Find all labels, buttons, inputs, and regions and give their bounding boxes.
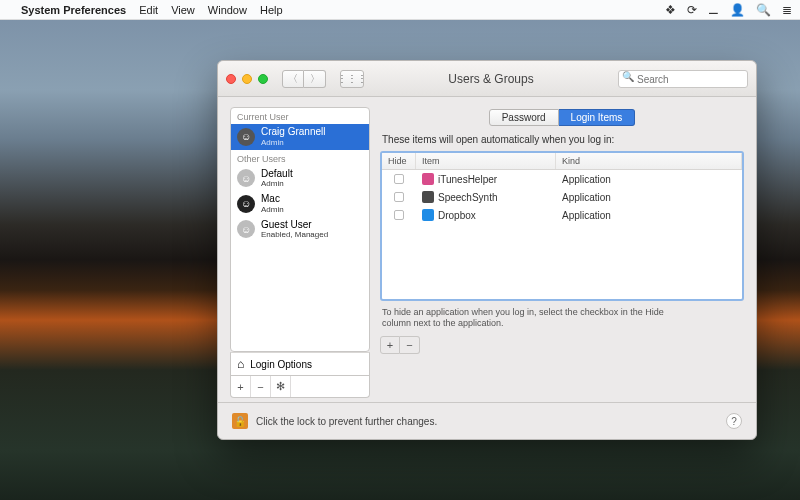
user-role: Admin <box>261 205 284 214</box>
user-role: Admin <box>261 138 325 147</box>
login-items-table: Hide Item Kind iTunesHelper Application … <box>380 151 744 301</box>
forward-button[interactable]: 〉 <box>304 70 326 88</box>
app-name[interactable]: System Preferences <box>21 4 126 16</box>
tab-password[interactable]: Password <box>489 109 559 126</box>
item-kind: Application <box>556 210 742 221</box>
col-kind[interactable]: Kind <box>556 153 742 169</box>
sync-status-icon[interactable]: ⟳ <box>687 3 697 17</box>
hide-checkbox[interactable] <box>394 174 404 184</box>
add-login-item-button[interactable]: + <box>380 336 400 354</box>
user-row[interactable]: ☺ Guest UserEnabled, Managed <box>231 217 369 243</box>
user-role: Enabled, Managed <box>261 230 328 239</box>
avatar-icon: ☺ <box>237 195 255 213</box>
tabs: Password Login Items <box>380 109 744 126</box>
app-icon <box>422 209 434 221</box>
show-all-button[interactable]: ⋮⋮⋮ <box>340 70 364 88</box>
item-name: iTunesHelper <box>438 174 497 185</box>
lock-icon[interactable]: 🔓 <box>232 413 248 429</box>
app-icon <box>422 191 434 203</box>
user-name: Default <box>261 169 293 180</box>
traffic-lights <box>226 74 268 84</box>
users-sidebar: Current User ☺ Craig Grannell Admin Othe… <box>230 107 370 398</box>
spotlight-icon[interactable]: 🔍 <box>756 3 771 17</box>
desktop: System Preferences Edit View Window Help… <box>0 0 800 500</box>
avatar-icon: ☺ <box>237 169 255 187</box>
minimize-button[interactable] <box>242 74 252 84</box>
window-title: Users & Groups <box>372 72 610 86</box>
item-kind: Application <box>556 174 742 185</box>
user-status-icon[interactable]: 👤 <box>730 3 745 17</box>
avatar-icon: ☺ <box>237 128 255 146</box>
hide-checkbox[interactable] <box>394 192 404 202</box>
item-name: Dropbox <box>438 210 476 221</box>
zoom-button[interactable] <box>258 74 268 84</box>
col-item[interactable]: Item <box>416 153 556 169</box>
login-items-description: These items will open automatically when… <box>382 134 742 145</box>
table-row[interactable]: iTunesHelper Application <box>382 170 742 188</box>
user-name: Craig Grannell <box>261 127 325 138</box>
tab-login-items[interactable]: Login Items <box>559 109 636 126</box>
action-gear-button[interactable]: ✻ <box>271 376 291 397</box>
item-kind: Application <box>556 192 742 203</box>
close-button[interactable] <box>226 74 236 84</box>
menubar: System Preferences Edit View Window Help… <box>0 0 800 20</box>
remove-user-button[interactable]: − <box>251 376 271 397</box>
user-name: Mac <box>261 194 284 205</box>
lock-text: Click the lock to prevent further change… <box>256 416 437 427</box>
back-button[interactable]: 〈 <box>282 70 304 88</box>
table-row[interactable]: SpeechSynth Application <box>382 188 742 206</box>
hide-hint: To hide an application when you log in, … <box>382 307 682 330</box>
user-row[interactable]: ☺ DefaultAdmin <box>231 166 369 192</box>
avatar-icon: ☺ <box>237 220 255 238</box>
preferences-window: 〈 〉 ⋮⋮⋮ Users & Groups 🔍 Current User ☺ <box>217 60 757 440</box>
help-button[interactable]: ? <box>726 413 742 429</box>
item-name: SpeechSynth <box>438 192 498 203</box>
table-row[interactable]: Dropbox Application <box>382 206 742 224</box>
dropbox-status-icon[interactable]: ❖ <box>665 3 676 17</box>
search-icon: 🔍 <box>622 71 634 82</box>
login-options-label: Login Options <box>250 359 312 370</box>
notifications-icon[interactable]: ≣ <box>782 3 792 17</box>
home-icon: ⌂ <box>237 357 244 371</box>
search-input[interactable] <box>618 70 748 88</box>
hide-checkbox[interactable] <box>394 210 404 220</box>
menu-edit[interactable]: Edit <box>139 4 158 16</box>
menu-window[interactable]: Window <box>208 4 247 16</box>
add-user-button[interactable]: + <box>231 376 251 397</box>
app-icon <box>422 173 434 185</box>
user-row[interactable]: ☺ MacAdmin <box>231 191 369 217</box>
user-role: Admin <box>261 179 293 188</box>
current-user-header: Current User <box>231 108 369 124</box>
titlebar: 〈 〉 ⋮⋮⋮ Users & Groups 🔍 <box>218 61 756 97</box>
wifi-status-icon[interactable]: ⚊ <box>708 3 719 17</box>
menu-view[interactable]: View <box>171 4 195 16</box>
user-name: Guest User <box>261 220 328 231</box>
col-hide[interactable]: Hide <box>382 153 416 169</box>
other-users-header: Other Users <box>231 150 369 166</box>
user-row-current[interactable]: ☺ Craig Grannell Admin <box>231 124 369 150</box>
login-options-button[interactable]: ⌂ Login Options <box>230 352 370 376</box>
remove-login-item-button[interactable]: − <box>400 336 420 354</box>
menu-help[interactable]: Help <box>260 4 283 16</box>
